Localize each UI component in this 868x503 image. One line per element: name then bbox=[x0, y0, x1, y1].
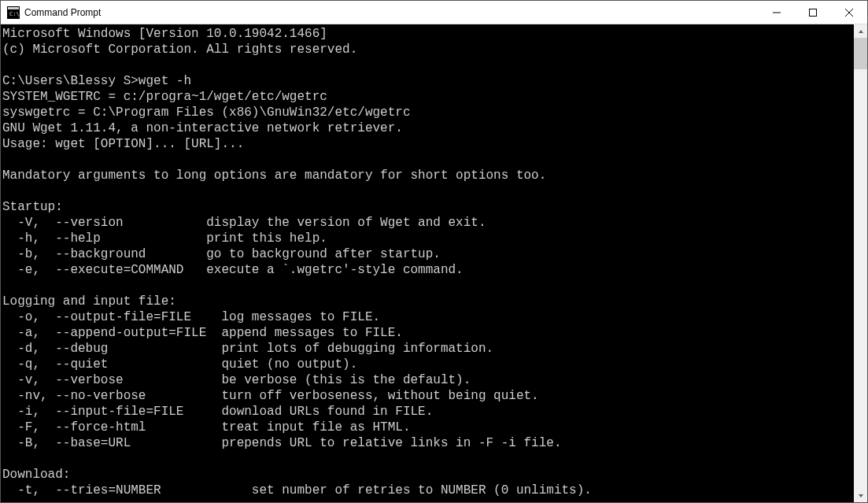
terminal-line: -a, --append-output=FILE append messages… bbox=[2, 326, 403, 340]
terminal-line: -v, --verbose be verbose (this is the de… bbox=[2, 373, 471, 387]
svg-text:C:\: C:\ bbox=[9, 11, 20, 17]
window-frame: C:\ Command Prompt Microsoft Windows [Ve… bbox=[0, 0, 868, 503]
terminal-line: -V, --version display the version of Wge… bbox=[2, 216, 486, 230]
terminal-line: Startup: bbox=[2, 200, 63, 214]
terminal-line: Microsoft Windows [Version 10.0.19042.14… bbox=[2, 27, 327, 41]
terminal-output[interactable]: Microsoft Windows [Version 10.0.19042.14… bbox=[1, 24, 854, 502]
terminal-line: -nv, --no-verbose turn off verboseness, … bbox=[2, 389, 539, 403]
terminal-line: -b, --background go to background after … bbox=[2, 247, 441, 261]
close-button[interactable] bbox=[831, 1, 867, 24]
terminal-line: (c) Microsoft Corporation. All rights re… bbox=[2, 43, 357, 57]
terminal-line: -i, --input-file=FILE download URLs foun… bbox=[2, 405, 433, 419]
terminal-line: Mandatory arguments to long options are … bbox=[2, 168, 546, 183]
window-controls bbox=[759, 1, 867, 24]
terminal-line: SYSTEM_WGETRC = c:/progra~1/wget/etc/wge… bbox=[2, 90, 327, 104]
window-title: Command Prompt bbox=[24, 7, 759, 18]
scrollbar-thumb[interactable] bbox=[854, 38, 867, 69]
maximize-button[interactable] bbox=[795, 1, 831, 24]
svg-rect-1 bbox=[8, 7, 19, 9]
terminal-line: -h, --help print this help. bbox=[2, 231, 327, 246]
scroll-down-button[interactable] bbox=[854, 489, 867, 502]
terminal-line: -B, --base=URL prepends URL to relative … bbox=[2, 436, 562, 450]
titlebar[interactable]: C:\ Command Prompt bbox=[1, 1, 867, 24]
terminal-line: -d, --debug print lots of debugging info… bbox=[2, 342, 493, 356]
terminal-line: -F, --force-html treat input file as HTM… bbox=[2, 420, 410, 435]
terminal-line: Logging and input file: bbox=[2, 294, 176, 309]
terminal-line: C:\Users\Blessy S>wget -h bbox=[2, 74, 191, 88]
terminal-line: Usage: wget [OPTION]... [URL]... bbox=[2, 137, 244, 151]
app-icon: C:\ bbox=[7, 6, 20, 19]
terminal-line: -o, --output-file=FILE log messages to F… bbox=[2, 310, 380, 324]
terminal-line: -t, --tries=NUMBER set number of retries… bbox=[2, 483, 592, 497]
minimize-button[interactable] bbox=[759, 1, 795, 24]
terminal-line: -e, --execute=COMMAND execute a `.wgetrc… bbox=[2, 263, 464, 277]
scroll-up-button[interactable] bbox=[854, 24, 867, 38]
svg-rect-5 bbox=[810, 9, 817, 16]
terminal-line: Download: bbox=[2, 468, 70, 482]
vertical-scrollbar[interactable] bbox=[854, 24, 867, 502]
client-area: Microsoft Windows [Version 10.0.19042.14… bbox=[1, 24, 867, 502]
terminal-line: -q, --quiet quiet (no output). bbox=[2, 357, 357, 372]
terminal-line: syswgetrc = C:\Program Files (x86)\GnuWi… bbox=[2, 105, 410, 120]
terminal-line: GNU Wget 1.11.4, a non-interactive netwo… bbox=[2, 121, 403, 135]
